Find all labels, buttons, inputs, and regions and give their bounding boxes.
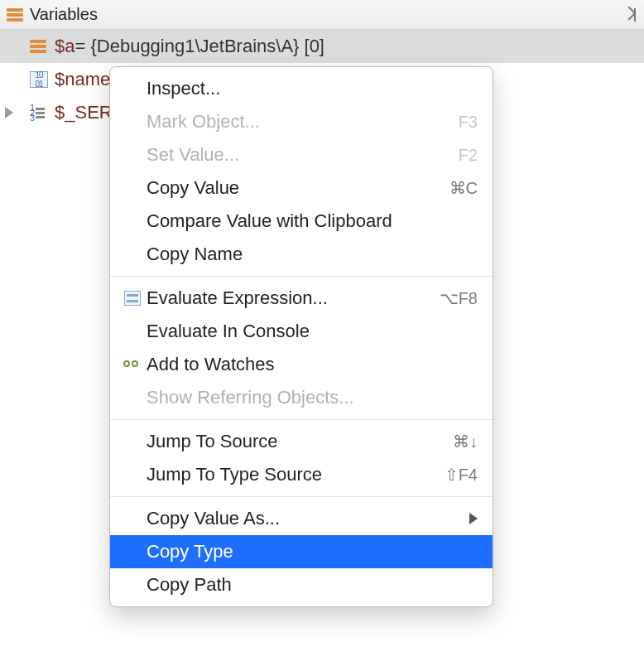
panel-title: Variables xyxy=(30,5,618,24)
menu-label: Add to Watches xyxy=(147,354,478,375)
scalar-icon: 1001 xyxy=(30,71,48,88)
hide-panel-icon[interactable] xyxy=(618,7,637,23)
menu-shortcut: ⌥F8 xyxy=(440,288,478,308)
menu-shortcut: F2 xyxy=(459,146,478,165)
menu-copy-path[interactable]: Copy Path xyxy=(110,568,493,601)
menu-label: Jump To Type Source xyxy=(147,464,445,485)
menu-label: Copy Path xyxy=(147,574,478,596)
menu-label: Copy Type xyxy=(147,541,478,562)
variable-name: $a xyxy=(55,36,74,57)
object-icon xyxy=(30,40,46,53)
variable-row[interactable]: $a = {Debugging1\JetBrains\A} [0] xyxy=(0,30,644,63)
menu-show-referring: Show Referring Objects... xyxy=(110,381,493,414)
menu-separator xyxy=(110,276,493,277)
menu-copy-value[interactable]: Copy Value ⌘C xyxy=(110,171,493,205)
menu-copy-type[interactable]: Copy Type xyxy=(110,535,493,568)
array-icon: 123 xyxy=(30,104,48,121)
menu-label: Evaluate Expression... xyxy=(147,287,440,309)
menu-label: Copy Name xyxy=(147,244,478,265)
menu-separator xyxy=(110,496,493,497)
menu-add-to-watches[interactable]: Add to Watches xyxy=(110,348,493,381)
variable-value: = {Debugging1\JetBrains\A} [0] xyxy=(74,36,324,57)
menu-label: Mark Object... xyxy=(147,111,459,133)
expand-arrow-icon[interactable] xyxy=(5,107,13,118)
variable-name: $name xyxy=(55,69,110,90)
submenu-arrow-icon xyxy=(469,513,478,524)
menu-copy-value-as[interactable]: Copy Value As... xyxy=(110,502,493,535)
watches-icon xyxy=(120,357,145,372)
menu-inspect[interactable]: Inspect... xyxy=(110,72,493,105)
menu-jump-to-source[interactable]: Jump To Source ⌘↓ xyxy=(110,425,493,458)
menu-label: Show Referring Objects... xyxy=(147,387,478,408)
menu-label: Set Value... xyxy=(147,144,459,166)
menu-jump-to-type-source[interactable]: Jump To Type Source ⇧F4 xyxy=(110,458,493,491)
evaluate-icon xyxy=(120,291,145,306)
menu-label: Copy Value xyxy=(147,177,449,199)
menu-evaluate-console[interactable]: Evaluate In Console xyxy=(110,315,493,348)
menu-label: Compare Value with Clipboard xyxy=(147,210,478,232)
menu-shortcut: ⌘↓ xyxy=(453,432,478,451)
menu-evaluate-expression[interactable]: Evaluate Expression... ⌥F8 xyxy=(110,282,493,315)
menu-label: Copy Value As... xyxy=(147,508,469,529)
menu-shortcut: ⇧F4 xyxy=(445,465,478,485)
variables-panel-header: Variables xyxy=(0,0,644,30)
menu-mark-object: Mark Object... F3 xyxy=(110,105,493,138)
menu-copy-name[interactable]: Copy Name xyxy=(110,238,493,271)
menu-label: Inspect... xyxy=(147,78,478,99)
context-menu: Inspect... Mark Object... F3 Set Value..… xyxy=(109,66,493,607)
menu-compare-clipboard[interactable]: Compare Value with Clipboard xyxy=(110,205,493,238)
menu-separator xyxy=(110,419,493,420)
variables-icon xyxy=(7,8,23,22)
menu-shortcut: ⌘C xyxy=(449,178,478,198)
menu-label: Jump To Source xyxy=(147,431,453,452)
menu-shortcut: F3 xyxy=(459,113,478,132)
menu-label: Evaluate In Console xyxy=(147,321,478,342)
menu-set-value: Set Value... F2 xyxy=(110,138,493,171)
